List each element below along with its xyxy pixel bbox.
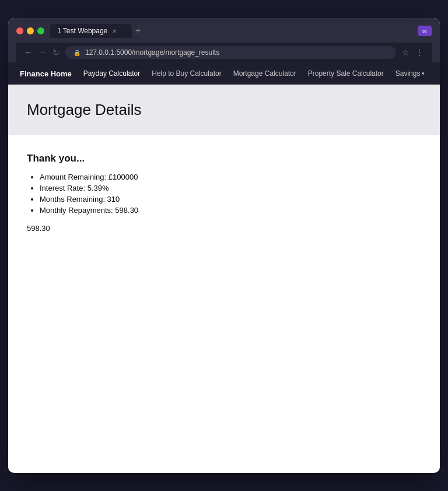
- forward-button[interactable]: →: [38, 48, 47, 57]
- lock-icon: 🔒: [74, 50, 80, 56]
- app-navbar: Finance Home Payday Calculator Help to B…: [8, 62, 440, 85]
- mortgage-details-list: Amount Remaining: £100000 Interest Rate:…: [27, 173, 421, 215]
- toolbar-right: ☆ ⋮: [402, 48, 424, 57]
- window-controls: [16, 27, 44, 34]
- address-text: 127.0.0.1:5000/mortgage/mortgage_results: [85, 48, 219, 57]
- active-tab[interactable]: 1 Test Webpage ✕: [50, 24, 132, 38]
- list-item: Months Remaining: 310: [40, 195, 421, 204]
- addressbar: ← → ↻ 🔒 127.0.0.1:5000/mortgage/mortgage…: [16, 43, 432, 62]
- nav-property-sale[interactable]: Property Sale Calculator: [308, 69, 384, 78]
- page-body: Thank you... Amount Remaining: £100000 I…: [8, 135, 440, 250]
- close-dot[interactable]: [16, 27, 23, 34]
- browser-titlebar: 1 Test Webpage ✕ + ∞ ← → ↻ 🔒 127.0.0.1:5…: [8, 18, 440, 62]
- thank-you-heading: Thank you...: [27, 153, 421, 164]
- star-icon[interactable]: ☆: [402, 48, 410, 57]
- nav-savings-dropdown[interactable]: Savings ▾: [396, 69, 425, 78]
- monthly-repayment-value: 598.30: [27, 224, 421, 233]
- list-item: Amount Remaining: £100000: [40, 173, 421, 181]
- page-content: Mortgage Details Thank you... Amount Rem…: [8, 85, 440, 250]
- maximize-dot[interactable]: [37, 27, 44, 34]
- nav-brand[interactable]: Finance Home: [20, 69, 72, 78]
- tab-close-button[interactable]: ✕: [112, 28, 117, 34]
- browser-window: 1 Test Webpage ✕ + ∞ ← → ↻ 🔒 127.0.0.1:5…: [8, 18, 440, 473]
- infinity-badge: ∞: [418, 26, 432, 36]
- tab-bar: 1 Test Webpage ✕ + ∞: [50, 24, 432, 38]
- address-field[interactable]: 🔒 127.0.0.1:5000/mortgage/mortgage_resul…: [65, 46, 396, 59]
- reload-button[interactable]: ↻: [52, 48, 60, 57]
- nav-payday-calculator[interactable]: Payday Calculator: [83, 69, 140, 78]
- chevron-down-icon: ▾: [422, 71, 425, 76]
- list-item: Monthly Repayments: 598.30: [40, 206, 421, 215]
- page-title: Mortgage Details: [27, 101, 421, 119]
- minimize-dot[interactable]: [27, 27, 34, 34]
- nav-help-to-buy[interactable]: Help to Buy Calculator: [152, 69, 221, 78]
- nav-mortgage-calculator[interactable]: Mortgage Calculator: [233, 69, 296, 78]
- page-header: Mortgage Details: [8, 85, 440, 135]
- add-tab-button[interactable]: +: [135, 26, 141, 36]
- back-button[interactable]: ←: [24, 48, 33, 57]
- list-item: Interest Rate: 5.39%: [40, 184, 421, 192]
- menu-icon[interactable]: ⋮: [415, 48, 424, 57]
- tab-label: 1 Test Webpage: [57, 27, 107, 35]
